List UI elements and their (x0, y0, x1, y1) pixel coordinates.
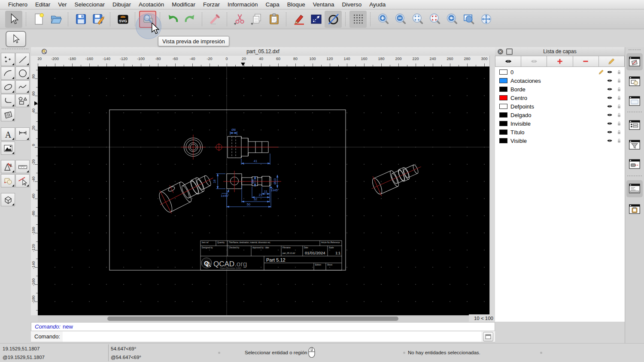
dashed-arrow-box-button[interactable] (307, 11, 325, 28)
draw-pencil-button[interactable] (290, 11, 307, 28)
circle-slash-button[interactable] (325, 11, 342, 28)
new-document-button[interactable] (30, 11, 47, 28)
layer-visibility-eye-icon[interactable] (607, 121, 613, 127)
zoom-previous-button[interactable] (443, 11, 460, 28)
menu-modificar[interactable]: Modificar (168, 1, 199, 8)
palette-tool-circle[interactable] (15, 66, 30, 80)
save-as-button[interactable] (89, 11, 106, 28)
float-panel-icon[interactable] (506, 48, 513, 55)
palette-tool-text[interactable]: A (1, 127, 15, 141)
layer-lock-icon[interactable] (616, 103, 622, 109)
svg-export-button[interactable]: SVG (114, 11, 131, 28)
redo-button[interactable] (181, 11, 198, 28)
horizontal-scrollbar[interactable] (38, 315, 469, 322)
layer-visibility-eye-icon[interactable] (607, 86, 613, 92)
layer-lock-icon[interactable] (616, 112, 622, 118)
layer-row-delgado[interactable]: Delgado (495, 111, 625, 119)
layer-color-swatch[interactable] (499, 130, 507, 135)
dock-clipboard[interactable] (626, 201, 643, 218)
layer-lock-icon[interactable] (616, 78, 622, 84)
layer-row-defpoints[interactable]: Defpoints (495, 102, 625, 111)
drawing-canvas[interactable]: Ø8 41 18 (38, 66, 489, 315)
palette-tool-solid[interactable] (1, 193, 15, 206)
layer-row-borde[interactable]: Borde (495, 85, 625, 94)
layer-row-invisible[interactable]: Invisible (495, 119, 625, 128)
menu-acotacion[interactable]: Acotación (135, 1, 168, 8)
layer-color-swatch[interactable] (499, 138, 507, 143)
palette-tool-image[interactable] (1, 142, 15, 155)
layer-visibility-eye-icon[interactable] (607, 103, 613, 109)
layer-color-swatch[interactable] (499, 104, 507, 109)
layer-lock-icon[interactable] (616, 86, 622, 92)
layer-color-swatch[interactable] (499, 87, 507, 92)
layer-row-0[interactable]: 0 (495, 68, 625, 76)
layer-color-swatch[interactable] (499, 112, 507, 118)
menu-capa[interactable]: Capa (262, 1, 283, 8)
palette-tool-polyline[interactable] (1, 94, 15, 107)
layer-visibility-eye-icon[interactable] (607, 129, 613, 135)
print-preview-button[interactable] (139, 11, 156, 28)
palette-tool-line[interactable] (15, 53, 30, 66)
palette-tool-shape[interactable] (15, 94, 30, 107)
layer-color-swatch[interactable] (499, 78, 507, 83)
grid-toggle-button[interactable] (349, 11, 367, 28)
layer-visibility-eye-icon[interactable] (607, 78, 613, 84)
palette-tool-dimension[interactable] (15, 127, 30, 141)
cut-button[interactable] (231, 11, 248, 28)
palette-tool-measure[interactable] (15, 160, 30, 173)
layer-row-acotaciones[interactable]: Acotaciones (495, 76, 625, 85)
copy-button[interactable] (248, 11, 265, 28)
layer-lock-icon[interactable] (616, 121, 622, 127)
layer-toolbar-minus-button[interactable] (573, 56, 599, 67)
dock-property-editor[interactable] (626, 117, 643, 134)
palette-tool-ellipse[interactable] (1, 80, 15, 94)
selection-tool-button[interactable] (5, 11, 22, 28)
menu-seleccionar[interactable]: Seleccionar (71, 1, 109, 8)
palette-tool-spline[interactable] (15, 80, 30, 94)
dock-command-line[interactable] (626, 180, 643, 197)
layer-visibility-eye-icon[interactable] (607, 112, 613, 118)
menu-bloque[interactable]: Bloque (283, 1, 309, 8)
save-button[interactable] (72, 11, 89, 28)
palette-selection-tool[interactable] (6, 31, 26, 47)
layer-toolbar-eye-off-button[interactable] (521, 56, 547, 67)
dock-selection-filter[interactable] (626, 136, 643, 154)
layer-toolbar-eye-button[interactable] (495, 56, 521, 67)
menu-diverso[interactable]: Diverso (338, 1, 365, 8)
menu-forzar[interactable]: Forzar (199, 1, 224, 8)
zoom-auto-button[interactable] (426, 11, 443, 28)
palette-tool-hatch[interactable] (1, 108, 15, 121)
undo-button[interactable] (164, 11, 181, 28)
layer-visibility-eye-icon[interactable] (607, 138, 613, 144)
layer-lock-icon[interactable] (616, 69, 622, 75)
open-file-button[interactable] (47, 11, 64, 28)
zoom-window-button[interactable] (460, 11, 477, 28)
dock-block-list[interactable] (626, 73, 643, 90)
dock-reference-widget[interactable] (626, 156, 643, 173)
menu-editar[interactable]: Editar (31, 1, 54, 8)
layer-row-visible[interactable]: Visible (495, 136, 625, 145)
menu-ver[interactable]: Ver (54, 1, 70, 8)
eraser-button[interactable] (206, 11, 223, 28)
dock-layer-list[interactable] (626, 53, 643, 70)
layer-toolbar-pencil-button[interactable] (599, 56, 625, 67)
layer-visibility-eye-icon[interactable] (607, 69, 613, 75)
menu-ventana[interactable]: Ventana (309, 1, 338, 8)
menu-dibujar[interactable]: Dibujar (109, 1, 135, 8)
zoom-in-button[interactable] (374, 11, 392, 28)
paste-button[interactable] (265, 11, 283, 28)
layer-color-swatch[interactable] (499, 69, 507, 75)
layer-color-swatch[interactable] (499, 121, 507, 126)
palette-tool-modify[interactable] (1, 160, 15, 173)
palette-tool-select-line[interactable] (15, 174, 30, 187)
command-input[interactable] (63, 332, 481, 342)
menu-informacion[interactable]: Información (224, 1, 262, 8)
layer-toolbar-plus-button[interactable] (547, 56, 573, 67)
horizontal-scrollbar-handle[interactable] (107, 317, 398, 321)
palette-tool-block[interactable] (1, 174, 15, 187)
zoom-fit-button[interactable] (409, 11, 426, 28)
layer-lock-icon[interactable] (616, 95, 622, 101)
menu-fichero[interactable]: Fichero (4, 1, 31, 8)
zoom-out-button[interactable] (392, 11, 409, 28)
command-options-button[interactable] (483, 332, 493, 341)
